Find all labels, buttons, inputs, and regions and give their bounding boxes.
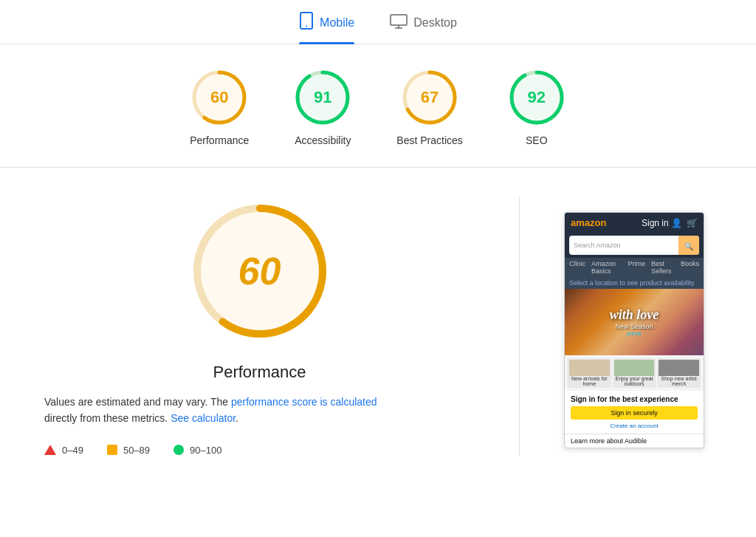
calculator-link[interactable]: See calculator <box>171 412 236 424</box>
phone-product-grid: New arrivals for home Enjoy your great o… <box>565 355 704 391</box>
phone-nav: Clinic Amazon Basics Prime Best Sellers … <box>565 258 704 277</box>
phone-signin-section: Sign in for the best experience Sign in … <box>565 391 704 434</box>
legend-row: 0–49 50–89 90–100 <box>44 445 221 456</box>
phone-header: amazon Sign in 👤 🛒 <box>565 213 704 233</box>
amazon-logo: amazon <box>571 217 606 228</box>
score-accessibility[interactable]: 91 Accessibility <box>293 68 352 146</box>
score-best-practices-value: 67 <box>421 88 439 107</box>
phone-grid-item-3: Shop new artist merch <box>657 358 701 388</box>
score-performance-label: Performance <box>190 134 249 146</box>
phone-grid-label-1: New arrivals for home <box>569 376 610 386</box>
phone-nav-basics: Amazon Basics <box>591 260 622 275</box>
phone-grid-label-2: Enjoy your great outdoors <box>614 376 655 386</box>
phone-nav-clinic: Clinic <box>569 260 585 275</box>
phone-cart-icon: 🛒 <box>687 218 698 228</box>
score-accessibility-value: 91 <box>314 88 331 107</box>
circle-icon <box>173 445 184 455</box>
phone-hero-badge: prime <box>610 330 659 337</box>
phone-search-button[interactable]: 🔍 <box>678 236 699 255</box>
phone-grid-label-3: Shop new artist merch <box>659 376 699 386</box>
phone-nav-prime: Prime <box>628 260 645 275</box>
phone-search-icon: 🔍 <box>684 242 693 250</box>
left-panel: 60 Performance Values are estimated and … <box>44 197 475 456</box>
phone-audible: Learn more about Audible <box>565 434 704 448</box>
phone-signin-title: Sign in for the best experience <box>571 395 698 403</box>
phone-header-right: Sign in 👤 🛒 <box>642 218 698 228</box>
phone-create-account[interactable]: Create an account <box>571 423 698 429</box>
phone-nav-bestsellers: Best Sellers <box>651 260 675 275</box>
score-seo-value: 92 <box>528 88 546 107</box>
phone-banner-text: Select a location to see product availab… <box>569 279 695 287</box>
phone-mockup: amazon Sign in 👤 🛒 Search Amazon 🔍 Clini… <box>564 212 704 448</box>
phone-nav-books: Books <box>681 260 699 275</box>
performance-score-link[interactable]: performance score is calculated <box>231 396 377 408</box>
scores-row: 60 Performance 91 Accessibility 67 Best … <box>0 44 756 168</box>
score-seo[interactable]: 92 SEO <box>507 68 566 146</box>
tab-mobile[interactable]: Mobile <box>299 12 354 44</box>
main-content: 60 Performance Values are estimated and … <box>0 168 756 456</box>
big-gauge: 60 <box>186 197 334 345</box>
phone-hero: with love New Season prime <box>565 289 704 355</box>
phone-hero-subtitle: New Season <box>610 323 659 330</box>
tab-desktop-label: Desktop <box>413 16 457 30</box>
score-accessibility-label: Accessibility <box>295 134 351 146</box>
phone-location-banner: Select a location to see product availab… <box>565 277 704 289</box>
score-best-practices[interactable]: 67 Best Practices <box>396 68 462 146</box>
legend-mid: 50–89 <box>107 445 150 456</box>
desc-prefix: Values are estimated and may vary. The <box>44 396 228 408</box>
big-gauge-value: 60 <box>238 249 281 293</box>
tab-mobile-label: Mobile <box>320 16 354 30</box>
detail-description: Values are estimated and may vary. The p… <box>44 394 384 427</box>
score-seo-label: SEO <box>526 134 548 146</box>
phone-panel: amazon Sign in 👤 🛒 Search Amazon 🔍 Clini… <box>564 212 712 456</box>
legend-low: 0–49 <box>44 445 83 456</box>
svg-rect-2 <box>391 15 407 25</box>
mobile-icon <box>299 12 314 33</box>
phone-grid-item-1: New arrivals for home <box>568 358 611 388</box>
score-performance[interactable]: 60 Performance <box>190 68 249 146</box>
score-best-practices-label: Best Practices <box>396 134 462 146</box>
phone-signin-button[interactable]: Sign in securely <box>571 406 698 420</box>
phone-search-placeholder: Search Amazon <box>569 239 678 252</box>
legend-low-range: 0–49 <box>62 445 83 456</box>
legend-mid-range: 50–89 <box>123 445 150 456</box>
triangle-icon <box>44 445 56 455</box>
tab-desktop[interactable]: Desktop <box>390 14 457 42</box>
phone-hero-text: with love <box>610 307 659 323</box>
legend-high: 90–100 <box>173 445 221 456</box>
tab-bar: Mobile Desktop <box>0 0 756 44</box>
svg-point-1 <box>306 26 307 27</box>
phone-signin-icon: Sign in 👤 <box>642 218 682 228</box>
phone-grid-item-2: Enjoy your great outdoors <box>613 358 656 388</box>
score-performance-value: 60 <box>210 88 228 107</box>
legend-high-range: 90–100 <box>190 445 221 456</box>
vertical-divider <box>519 197 520 456</box>
square-icon <box>107 445 117 455</box>
desktop-icon <box>390 14 408 32</box>
detail-title: Performance <box>44 363 475 382</box>
